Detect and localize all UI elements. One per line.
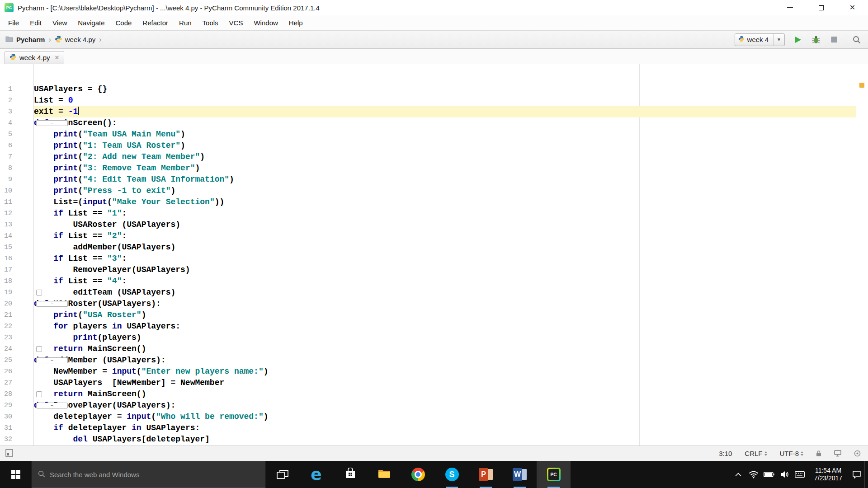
taskbar-app-chrome[interactable] — [401, 461, 435, 488]
line-number[interactable]: 4 — [0, 117, 12, 129]
code-line[interactable]: 15 addMember(USAPlayers) — [0, 242, 868, 253]
menu-item-code[interactable]: Code — [110, 15, 137, 30]
line-number[interactable]: 19 — [0, 287, 12, 298]
fold-marker[interactable]: − — [36, 120, 68, 126]
code-text[interactable]: if deleteplayer in USAPlayers: — [34, 422, 868, 434]
menu-item-vcs[interactable]: VCS — [224, 15, 249, 30]
line-number[interactable]: 1 — [0, 84, 12, 95]
code-text[interactable]: print("1: Team USA Roster") — [34, 140, 868, 151]
code-text[interactable]: for players in USAPlayers: — [34, 321, 868, 332]
code-text[interactable]: editTeam (USAPlayers) — [34, 287, 868, 298]
code-text[interactable]: NewMember = input("Enter new players nam… — [34, 366, 868, 377]
code-line[interactable]: 7 print("2: Add new Team Member") — [0, 151, 868, 163]
code-line[interactable]: 13 USARoster (USAPlayers) — [0, 219, 868, 230]
code-text[interactable]: return MainScreen() — [34, 389, 868, 400]
highlighting-level-icon[interactable] — [834, 450, 841, 457]
code-line[interactable]: 17 RemovePlayer(USAPlayers) — [0, 264, 868, 276]
code-text[interactable]: if List == "2": — [34, 230, 868, 242]
start-button[interactable] — [0, 461, 32, 488]
encoding-widget[interactable]: UTF-8 — [780, 450, 804, 457]
toolwindow-toggle-icon[interactable] — [5, 449, 13, 458]
code-text[interactable]: print("Press -1 to exit") — [34, 185, 868, 197]
code-text[interactable]: deleteplayer = input("Who will be remove… — [34, 411, 868, 422]
code-line[interactable]: 8 print("3: Remove Team Member") — [0, 163, 868, 174]
line-number[interactable]: 30 — [0, 411, 12, 422]
fold-marker[interactable]: − — [36, 357, 68, 363]
code-editor[interactable]: 1USAPlayers = {}2List = 03exit = -14−def… — [0, 64, 868, 446]
line-number[interactable]: 10 — [0, 185, 12, 197]
menu-item-window[interactable]: Window — [248, 15, 283, 30]
menu-item-run[interactable]: Run — [174, 15, 197, 30]
close-button[interactable]: ✕ — [837, 0, 868, 15]
code-line[interactable]: 5 print("Team USA Main Menu") — [0, 129, 868, 140]
code-text[interactable]: def USARoster(USAPlayers): — [34, 298, 868, 310]
menu-item-edit[interactable]: Edit — [24, 15, 47, 30]
line-number[interactable]: 6 — [0, 140, 12, 151]
fold-marker[interactable] — [36, 346, 42, 352]
taskbar-search-input[interactable]: Search the web and Windows — [32, 461, 265, 488]
code-text[interactable]: USARoster (USAPlayers) — [34, 219, 868, 230]
wifi-icon[interactable] — [746, 461, 761, 488]
tray-expand-button[interactable] — [731, 461, 746, 488]
coverage-bug-icon[interactable] — [811, 34, 821, 45]
code-line[interactable]: 2List = 0 — [0, 95, 868, 106]
line-number[interactable]: 21 — [0, 310, 12, 321]
taskbar-app-skype[interactable]: S — [435, 461, 469, 488]
line-number[interactable]: 18 — [0, 276, 12, 287]
code-line[interactable]: 16 if List == "3": — [0, 253, 868, 264]
code-text[interactable]: USAPlayers = {} — [34, 84, 868, 95]
code-line[interactable]: 22 for players in USAPlayers: — [0, 321, 868, 332]
code-text[interactable]: def MainScreen(): — [34, 117, 868, 129]
code-line[interactable]: 11 List=(input("Make Your Selection")) — [0, 197, 868, 208]
tab-close-icon[interactable]: ✕ — [55, 54, 60, 61]
fold-marker[interactable]: − — [36, 403, 68, 408]
restore-button[interactable] — [806, 0, 837, 15]
code-text[interactable]: print("4: Edit Team USA Information") — [34, 174, 868, 185]
code-text[interactable]: if List == "4": — [34, 276, 868, 287]
stop-button[interactable] — [829, 34, 839, 45]
error-stripe[interactable] — [856, 64, 868, 446]
code-text[interactable]: List = 0 — [34, 95, 868, 106]
taskbar-app-word[interactable]: W — [503, 461, 537, 488]
taskbar-app-powerpoint[interactable]: P — [469, 461, 503, 488]
code-line[interactable]: 29−def RemovePlayer(USAPlayers): — [0, 400, 868, 411]
line-number[interactable]: 13 — [0, 219, 12, 230]
line-number[interactable]: 7 — [0, 151, 12, 163]
code-line[interactable]: 26 NewMember = input("Enter new players … — [0, 366, 868, 377]
code-text[interactable]: def RemovePlayer(USAPlayers): — [34, 400, 868, 411]
menu-item-view[interactable]: View — [47, 15, 72, 30]
line-number[interactable]: 9 — [0, 174, 12, 185]
run-button[interactable] — [793, 34, 803, 45]
line-number[interactable]: 11 — [0, 197, 12, 208]
code-line[interactable]: 30 deleteplayer = input("Who will be rem… — [0, 411, 868, 422]
line-number[interactable]: 25 — [0, 355, 12, 366]
code-line[interactable]: 24 return MainScreen() — [0, 343, 868, 355]
taskbar-clock[interactable]: 11:54 AM 7/23/2017 — [807, 461, 849, 488]
task-view-button[interactable] — [265, 461, 299, 488]
code-line[interactable]: 32 del USAPlayers[deleteplayer] — [0, 434, 868, 445]
code-text[interactable]: RemovePlayer(USAPlayers) — [34, 264, 868, 276]
code-line[interactable]: 19 editTeam (USAPlayers) — [0, 287, 868, 298]
line-number[interactable]: 12 — [0, 208, 12, 219]
code-text[interactable]: print("Team USA Main Menu") — [34, 129, 868, 140]
code-text[interactable]: if List == "3": — [34, 253, 868, 264]
code-line[interactable]: 31 if deleteplayer in USAPlayers: — [0, 422, 868, 434]
code-line[interactable]: 10 print("Press -1 to exit") — [0, 185, 868, 197]
code-text[interactable]: def addMember (USAPlayers): — [34, 355, 868, 366]
line-separator-widget[interactable]: CRLF — [745, 450, 767, 457]
line-number[interactable]: 16 — [0, 253, 12, 264]
fold-marker[interactable] — [36, 290, 42, 296]
touch-keyboard-icon[interactable] — [792, 461, 807, 488]
code-line[interactable]: 28 return MainScreen() — [0, 389, 868, 400]
volume-icon[interactable] — [777, 461, 792, 488]
code-text[interactable]: if List == "1": — [34, 208, 868, 219]
line-number[interactable]: 20 — [0, 298, 12, 310]
readonly-lock-icon[interactable] — [816, 450, 821, 457]
breadcrumb-project[interactable]: Pycharm — [16, 36, 45, 43]
code-text[interactable]: print("USA Roster") — [34, 310, 868, 321]
code-text[interactable]: addMember(USAPlayers) — [34, 242, 868, 253]
line-number[interactable]: 14 — [0, 230, 12, 242]
search-everywhere-button[interactable] — [852, 34, 862, 45]
line-number[interactable]: 27 — [0, 377, 12, 389]
code-text[interactable]: print("3: Remove Team Member") — [34, 163, 868, 174]
